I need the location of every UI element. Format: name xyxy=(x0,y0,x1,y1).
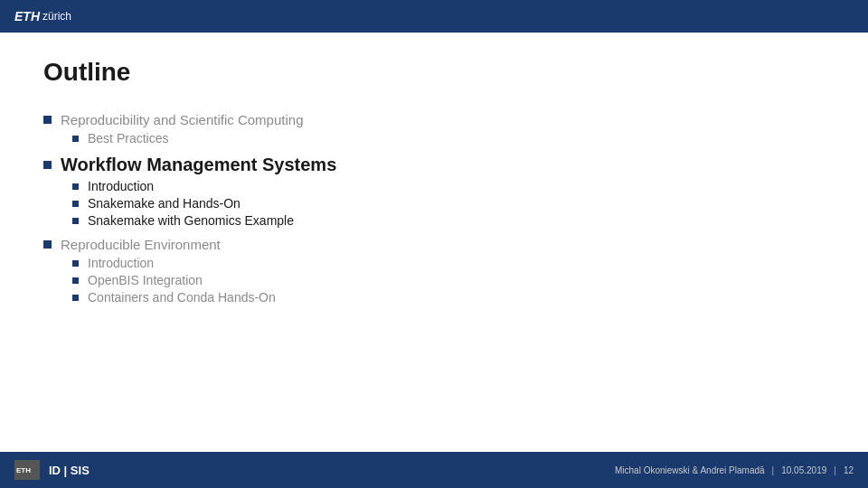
header-bar: ETH zürich xyxy=(0,0,868,33)
sub-item-label-2-3: Snakemake with Genomics Example xyxy=(88,213,294,228)
sub-item-label-2-1: Introduction xyxy=(88,179,154,193)
footer-divider-1: | xyxy=(772,465,775,475)
sub-bullet-icon-2-3 xyxy=(72,218,79,224)
section-label-2: Workflow Management Systems xyxy=(61,155,336,175)
footer-logo-icon: ETH xyxy=(14,460,40,480)
footer: ETH ID | SIS Michal Okoniewski & Andrei … xyxy=(0,452,868,488)
bullet-icon-2 xyxy=(43,161,52,169)
sub-items-1: Best Practices xyxy=(43,131,825,145)
eth-logo-text: ETH xyxy=(14,9,40,23)
sub-items-2: Introduction Snakemake and Hands-On Snak… xyxy=(43,179,825,228)
main-content: Outline Reproducibility and Scientific C… xyxy=(0,33,868,452)
sub-bullet-icon-3-1 xyxy=(72,260,79,267)
page-title: Outline xyxy=(43,58,825,87)
bullet-icon-1 xyxy=(43,116,52,124)
section-label-1: Reproducibility and Scientific Computing xyxy=(61,112,303,127)
footer-right: Michal Okoniewski & Andrei Plamadă | 10.… xyxy=(615,465,854,475)
svg-text:ETH: ETH xyxy=(16,466,31,474)
section-bullet-2: Workflow Management Systems xyxy=(43,155,825,175)
sub-item-label-3-1: Introduction xyxy=(88,256,154,270)
eth-logo: ETH zürich xyxy=(14,9,71,23)
sub-bullet-icon-1-1 xyxy=(72,136,79,142)
sub-item-3-2: OpenBIS Integration xyxy=(72,273,825,287)
sub-bullet-icon-2-2 xyxy=(72,201,79,207)
footer-divider-2: | xyxy=(834,465,836,475)
sub-item-label-3-3: Containers and Conda Hands-On xyxy=(88,290,276,305)
footer-left: ETH ID | SIS xyxy=(14,460,90,480)
sub-bullet-icon-3-3 xyxy=(72,295,79,301)
sub-bullet-icon-2-1 xyxy=(72,183,79,190)
outline-list: Reproducibility and Scientific Computing… xyxy=(43,112,825,314)
bullet-icon-3 xyxy=(43,240,52,249)
sub-bullet-icon-3-2 xyxy=(72,277,79,284)
sub-item-3-3: Containers and Conda Hands-On xyxy=(72,290,825,305)
sub-item-1-1: Best Practices xyxy=(72,131,825,145)
sub-item-label-1-1: Best Practices xyxy=(88,131,168,145)
sub-item-2-2: Snakemake and Hands-On xyxy=(72,196,825,211)
section-label-3: Reproducible Environment xyxy=(61,237,221,252)
sub-item-2-1: Introduction xyxy=(72,179,825,193)
section-item-3: Reproducible Environment Introduction Op… xyxy=(43,237,825,305)
sub-item-2-3: Snakemake with Genomics Example xyxy=(72,213,825,228)
section-item-2: Workflow Management Systems Introduction… xyxy=(43,155,825,228)
section-bullet-3: Reproducible Environment xyxy=(43,237,825,252)
sub-item-3-1: Introduction xyxy=(72,256,825,270)
footer-date: 10.05.2019 xyxy=(781,465,826,475)
footer-id-sis: ID | SIS xyxy=(49,464,90,477)
sub-item-label-2-2: Snakemake and Hands-On xyxy=(88,196,241,211)
section-bullet-1: Reproducibility and Scientific Computing xyxy=(43,112,825,127)
eth-logo-zurich: zürich xyxy=(42,10,71,23)
sub-items-3: Introduction OpenBIS Integration Contain… xyxy=(43,256,825,305)
section-item-1: Reproducibility and Scientific Computing… xyxy=(43,112,825,145)
footer-author: Michal Okoniewski & Andrei Plamadă xyxy=(615,465,765,475)
sub-item-label-3-2: OpenBIS Integration xyxy=(88,273,203,287)
footer-page-num: 12 xyxy=(844,465,854,475)
